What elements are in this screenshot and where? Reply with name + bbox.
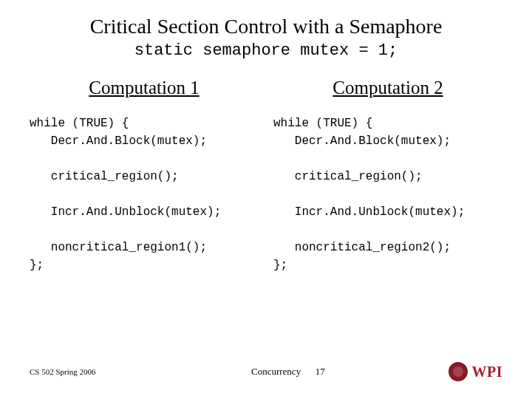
slide-title: Critical Section Control with a Semaphor… <box>30 15 502 38</box>
footer-page-number: 17 <box>316 366 325 377</box>
column-1: Computation 1 while (TRUE) { Decr.And.Bl… <box>30 78 259 274</box>
column-2-code: while (TRUE) { Decr.And.Block(mutex); cr… <box>273 115 502 274</box>
columns-container: Computation 1 while (TRUE) { Decr.And.Bl… <box>30 78 502 274</box>
footer: CS 502 Spring 2006 Concurrency 17 WPI <box>0 362 532 381</box>
column-2-heading: Computation 2 <box>273 78 502 98</box>
column-1-heading: Computation 1 <box>30 78 259 98</box>
wpi-seal-icon <box>449 362 468 381</box>
slide: Critical Section Control with a Semaphor… <box>0 0 532 399</box>
footer-course: CS 502 Spring 2006 <box>30 367 251 376</box>
column-2: Computation 2 while (TRUE) { Decr.And.Bl… <box>273 78 502 274</box>
footer-topic-label: Concurrency <box>251 366 301 377</box>
footer-logo: WPI <box>449 362 503 381</box>
footer-topic: Concurrency 17 <box>251 366 325 378</box>
wpi-text: WPI <box>472 364 503 381</box>
slide-subtitle: static semaphore mutex = 1; <box>30 41 502 60</box>
column-1-code: while (TRUE) { Decr.And.Block(mutex); cr… <box>30 115 259 274</box>
